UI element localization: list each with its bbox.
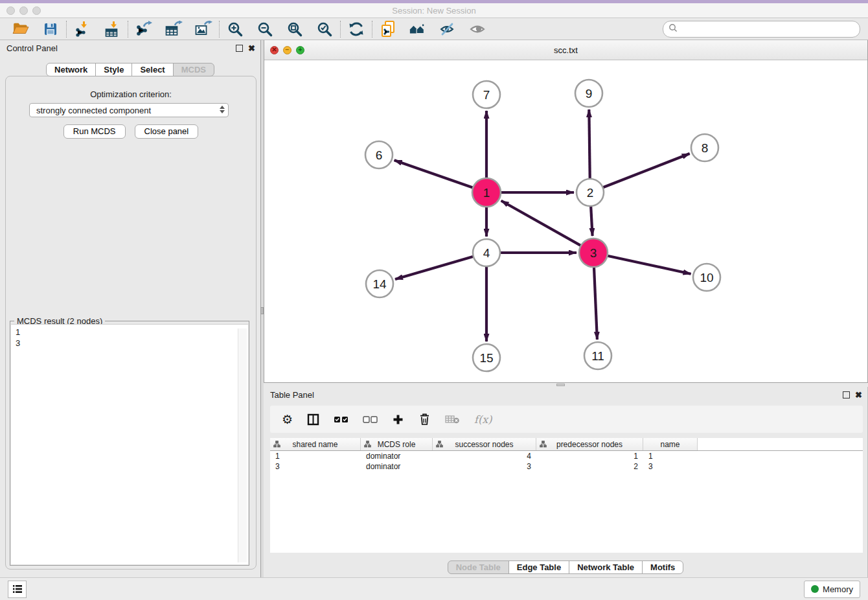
memory-button[interactable]: Memory bbox=[804, 581, 860, 598]
graph-edge[interactable] bbox=[594, 266, 597, 340]
save-session-icon[interactable] bbox=[41, 20, 60, 38]
settings-gear-icon[interactable]: ⚙ bbox=[282, 411, 293, 428]
function-builder-icon: f(x) bbox=[474, 411, 492, 428]
graph-edge[interactable] bbox=[591, 205, 593, 236]
minimize-network-icon[interactable]: − bbox=[283, 46, 291, 54]
graph-node-label: 9 bbox=[586, 87, 593, 100]
graph-edge[interactable] bbox=[501, 201, 582, 246]
search-field[interactable] bbox=[663, 21, 860, 38]
zoom-out-icon[interactable] bbox=[256, 20, 274, 38]
deselect-all-icon[interactable] bbox=[363, 411, 378, 428]
graph-edge[interactable] bbox=[602, 154, 690, 188]
export-table-icon[interactable] bbox=[165, 20, 183, 38]
result-line: 3 bbox=[16, 338, 235, 349]
graph-edge[interactable] bbox=[589, 110, 589, 179]
close-panel-icon[interactable]: ✖ bbox=[248, 44, 255, 52]
graph-node-label: 1 bbox=[483, 186, 490, 200]
zoom-in-icon[interactable] bbox=[226, 20, 244, 38]
optimization-criterion-label: Optimization criterion: bbox=[6, 89, 256, 99]
export-network-icon[interactable] bbox=[135, 20, 153, 38]
add-row-icon[interactable] bbox=[392, 411, 404, 428]
export-image-icon[interactable] bbox=[194, 20, 212, 38]
table-header-row: shared nameMCDS rolesuccessor nodesprede… bbox=[270, 438, 863, 451]
memory-status-icon bbox=[811, 585, 819, 593]
graph-edge[interactable] bbox=[394, 160, 474, 188]
tab-style[interactable]: Style bbox=[95, 63, 132, 76]
graph-node-label: 7 bbox=[483, 88, 490, 102]
delete-row-trash-icon[interactable] bbox=[418, 411, 431, 428]
zoom-selected-icon[interactable] bbox=[315, 20, 334, 38]
column-header[interactable]: predecessor nodes bbox=[536, 438, 643, 450]
control-panel-tabs: Network Style Select MCDS bbox=[0, 63, 260, 76]
tab-network-table[interactable]: Network Table bbox=[569, 560, 643, 574]
apply-layout-icon[interactable] bbox=[347, 20, 365, 38]
close-table-panel-icon[interactable]: ✖ bbox=[855, 391, 862, 399]
close-panel-button[interactable]: Close panel bbox=[135, 124, 199, 139]
mcds-result-list[interactable]: 1 3 bbox=[11, 324, 248, 564]
result-line: 1 bbox=[16, 327, 235, 338]
search-icon bbox=[668, 23, 678, 35]
clone-network-icon[interactable] bbox=[379, 20, 397, 38]
graph-node-label: 14 bbox=[372, 277, 387, 291]
network-window-title: scc.txt bbox=[264, 45, 867, 55]
node-table[interactable]: shared nameMCDS rolesuccessor nodesprede… bbox=[270, 438, 863, 553]
table-cell: 3 bbox=[643, 461, 698, 472]
import-network-icon[interactable] bbox=[73, 20, 91, 38]
table-row[interactable]: 3dominator323 bbox=[270, 461, 863, 472]
horizontal-splitter-grip[interactable] bbox=[556, 384, 565, 386]
status-bar: Memory bbox=[0, 577, 868, 600]
table-cell: 2 bbox=[536, 461, 643, 472]
graph-node-label: 4 bbox=[483, 246, 490, 260]
graph-node-label: 8 bbox=[702, 141, 709, 155]
main-toolbar bbox=[0, 18, 868, 40]
control-panel-title: Control Panel bbox=[6, 43, 236, 53]
hide-selected-icon[interactable] bbox=[439, 20, 457, 38]
table-cell: dominator bbox=[361, 451, 433, 461]
tab-network[interactable]: Network bbox=[46, 63, 96, 76]
open-file-icon[interactable] bbox=[12, 20, 30, 38]
titlebar: Session: New Session bbox=[0, 3, 868, 18]
dropdown-stepper-icon bbox=[220, 106, 225, 113]
column-header[interactable]: name bbox=[643, 438, 698, 450]
table-cell: 4 bbox=[433, 451, 536, 461]
network-window-titlebar[interactable]: ✕ − + scc.txt bbox=[264, 40, 867, 60]
table-cell: 1 bbox=[536, 451, 643, 461]
float-panel-icon[interactable] bbox=[236, 45, 243, 52]
tab-node-table[interactable]: Node Table bbox=[448, 560, 509, 574]
network-graph[interactable]: 1234678910111415 bbox=[264, 60, 867, 382]
graph-node-label: 6 bbox=[376, 148, 383, 162]
column-header[interactable]: successor nodes bbox=[433, 438, 536, 450]
maximize-network-icon[interactable]: + bbox=[296, 46, 304, 54]
close-network-icon[interactable]: ✕ bbox=[270, 46, 279, 54]
task-history-button[interactable] bbox=[8, 581, 27, 598]
tab-edge-table[interactable]: Edge Table bbox=[508, 560, 569, 574]
search-input[interactable] bbox=[681, 23, 854, 34]
graph-node-label: 2 bbox=[587, 186, 594, 200]
result-scrollbar[interactable] bbox=[238, 329, 247, 562]
table-cell: 1 bbox=[270, 451, 361, 461]
run-mcds-button[interactable]: Run MCDS bbox=[63, 124, 126, 139]
tab-motifs[interactable]: Motifs bbox=[642, 560, 683, 574]
select-all-icon[interactable] bbox=[334, 411, 348, 428]
first-neighbors-icon[interactable] bbox=[409, 20, 427, 38]
memory-label: Memory bbox=[823, 584, 853, 594]
import-table-icon[interactable] bbox=[103, 20, 121, 38]
column-header[interactable]: shared name bbox=[270, 438, 361, 450]
show-all-icon[interactable] bbox=[468, 20, 486, 38]
table-cell: 1 bbox=[643, 451, 698, 461]
tab-mcds[interactable]: MCDS bbox=[173, 63, 214, 76]
graph-edge[interactable] bbox=[607, 255, 691, 273]
criterion-value: strongly connected component bbox=[36, 106, 151, 115]
column-selector-icon[interactable] bbox=[307, 411, 319, 428]
table-row[interactable]: 1dominator411 bbox=[270, 451, 863, 461]
column-header[interactable]: MCDS role bbox=[361, 438, 433, 450]
control-panel-header: Control Panel ✖ bbox=[0, 40, 260, 56]
table-toolbar: ⚙ bbox=[270, 406, 863, 433]
list-icon bbox=[12, 584, 23, 594]
graph-edge[interactable] bbox=[395, 257, 474, 279]
criterion-dropdown[interactable]: strongly connected component bbox=[29, 103, 229, 117]
zoom-fit-icon[interactable] bbox=[286, 20, 304, 38]
table-panel-header: Table Panel ✖ bbox=[264, 387, 867, 402]
tab-select[interactable]: Select bbox=[131, 63, 173, 76]
float-table-panel-icon[interactable] bbox=[843, 391, 850, 398]
